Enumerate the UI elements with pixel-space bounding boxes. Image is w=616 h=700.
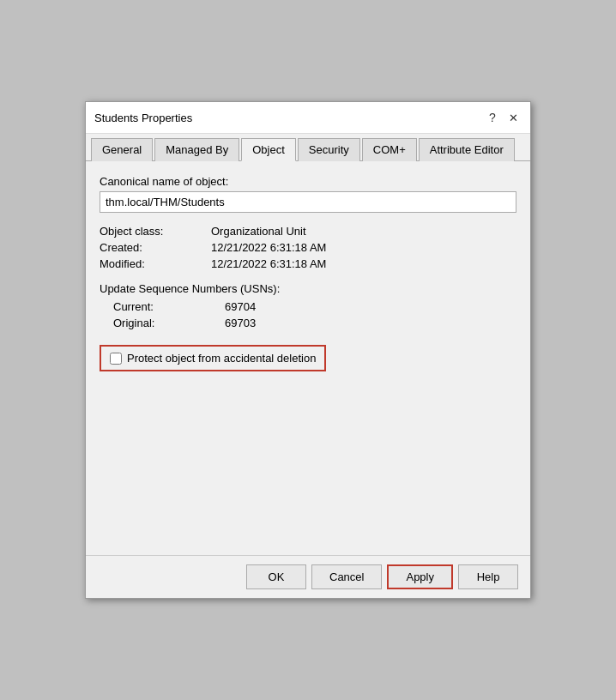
tab-general[interactable]: General (91, 138, 153, 161)
created-row: Created: 12/21/2022 6:31:18 AM (100, 241, 516, 254)
protect-checkbox[interactable] (110, 353, 122, 365)
window-title: Students Properties (94, 112, 484, 124)
tab-attribute-editor[interactable]: Attribute Editor (419, 138, 515, 161)
dialog-content: Canonical name of object: Object class: … (86, 161, 530, 555)
help-icon-button[interactable]: ? (484, 109, 501, 126)
canonical-name-group: Canonical name of object: (100, 175, 516, 213)
protect-checkbox-container[interactable]: Protect object from accidental deletion (100, 345, 326, 371)
properties-grid: Object class: Organizational Unit Create… (100, 225, 516, 270)
title-bar: Students Properties ? ✕ (86, 102, 530, 134)
tab-security[interactable]: Security (298, 138, 360, 161)
object-class-row: Object class: Organizational Unit (100, 225, 516, 238)
tab-object[interactable]: Object (241, 138, 296, 161)
help-button[interactable]: Help (458, 564, 518, 589)
protect-checkbox-label: Protect object from accidental deletion (127, 352, 316, 365)
modified-row: Modified: 12/21/2022 6:31:18 AM (100, 257, 516, 270)
dialog-window: Students Properties ? ✕ General Managed … (85, 101, 531, 599)
object-class-key: Object class: (100, 225, 211, 238)
dialog-footer: OK Cancel Apply Help (86, 555, 530, 598)
created-value: 12/21/2022 6:31:18 AM (211, 241, 326, 254)
cancel-button[interactable]: Cancel (311, 564, 382, 589)
canonical-name-input[interactable] (100, 191, 516, 213)
current-usn-value: 69704 (225, 300, 256, 313)
object-class-value: Organizational Unit (211, 225, 306, 238)
original-usn-key: Original: (113, 317, 225, 329)
modified-key: Modified: (100, 257, 211, 270)
apply-button[interactable]: Apply (387, 564, 453, 589)
current-usn-key: Current: (113, 300, 225, 313)
original-usn-value: 69703 (225, 317, 256, 329)
usn-section-label: Update Sequence Numbers (USNs): (100, 282, 516, 295)
close-button[interactable]: ✕ (504, 109, 522, 126)
tab-managed-by[interactable]: Managed By (154, 138, 239, 161)
current-usn-row: Current: 69704 (113, 300, 516, 313)
modified-value: 12/21/2022 6:31:18 AM (211, 257, 326, 270)
tab-com-plus[interactable]: COM+ (362, 138, 417, 161)
usn-section: Current: 69704 Original: 69703 (113, 300, 516, 329)
checkbox-section: Protect object from accidental deletion (100, 345, 516, 371)
ok-button[interactable]: OK (246, 564, 306, 589)
original-usn-row: Original: 69703 (113, 317, 516, 329)
canonical-name-label: Canonical name of object: (100, 175, 516, 188)
tab-bar: General Managed By Object Security COM+ … (86, 134, 530, 161)
title-bar-controls: ? ✕ (484, 109, 522, 126)
created-key: Created: (100, 241, 211, 254)
